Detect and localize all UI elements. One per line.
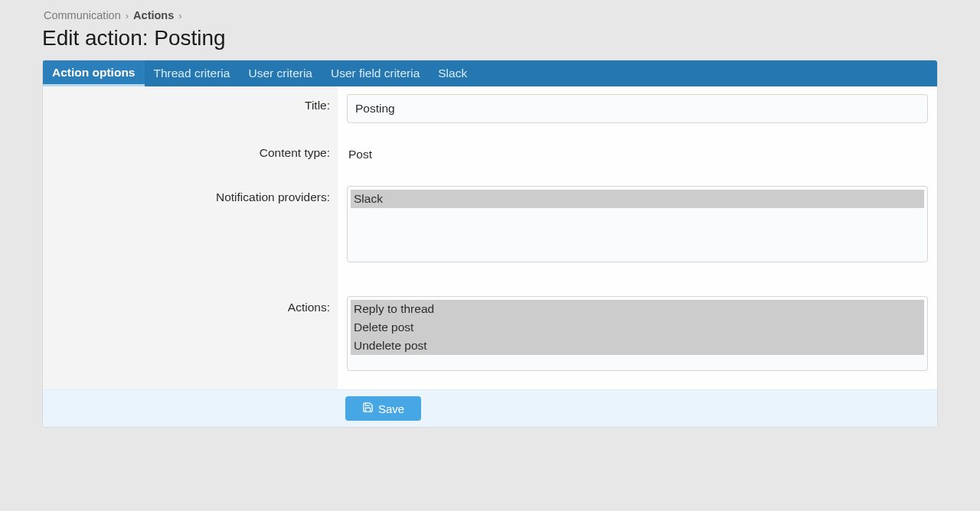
tab-action-options[interactable]: Action options <box>43 60 145 86</box>
footer-bar: Save <box>43 389 937 427</box>
tab-thread-criteria[interactable]: Thread criteria <box>145 60 240 86</box>
breadcrumb: Communication › Actions › <box>42 9 938 24</box>
page-title: Edit action: Posting <box>42 26 938 50</box>
providers-label: Notification providers: <box>43 178 338 216</box>
chevron-right-icon: › <box>178 10 181 21</box>
save-icon <box>362 402 374 415</box>
actions-select[interactable]: Reply to thread Delete post Undelete pos… <box>347 296 928 371</box>
breadcrumb-item[interactable]: Actions <box>133 9 174 21</box>
title-label: Title: <box>43 86 338 125</box>
actions-option[interactable]: Reply to thread <box>351 300 924 318</box>
tab-slack[interactable]: Slack <box>429 60 476 86</box>
content-type-value: Post <box>347 146 928 163</box>
tab-user-criteria[interactable]: User criteria <box>239 60 322 86</box>
content-type-label: Content type: <box>43 131 338 175</box>
save-button[interactable]: Save <box>345 396 421 421</box>
actions-label: Actions: <box>43 288 338 327</box>
providers-select[interactable]: Slack <box>347 186 928 262</box>
actions-option[interactable]: Delete post <box>351 318 924 337</box>
tab-user-field-criteria[interactable]: User field criteria <box>322 60 429 86</box>
form-body: Title: Content type: Post Notification p… <box>43 86 937 389</box>
actions-option[interactable]: Undelete post <box>351 337 924 355</box>
chevron-right-icon: › <box>126 10 129 21</box>
breadcrumb-item[interactable]: Communication <box>44 9 121 21</box>
providers-option[interactable]: Slack <box>351 190 924 208</box>
title-input[interactable] <box>347 94 928 123</box>
form-card: Action options Thread criteria User crit… <box>42 60 938 428</box>
save-button-label: Save <box>378 402 404 415</box>
tab-bar: Action options Thread criteria User crit… <box>43 60 937 86</box>
